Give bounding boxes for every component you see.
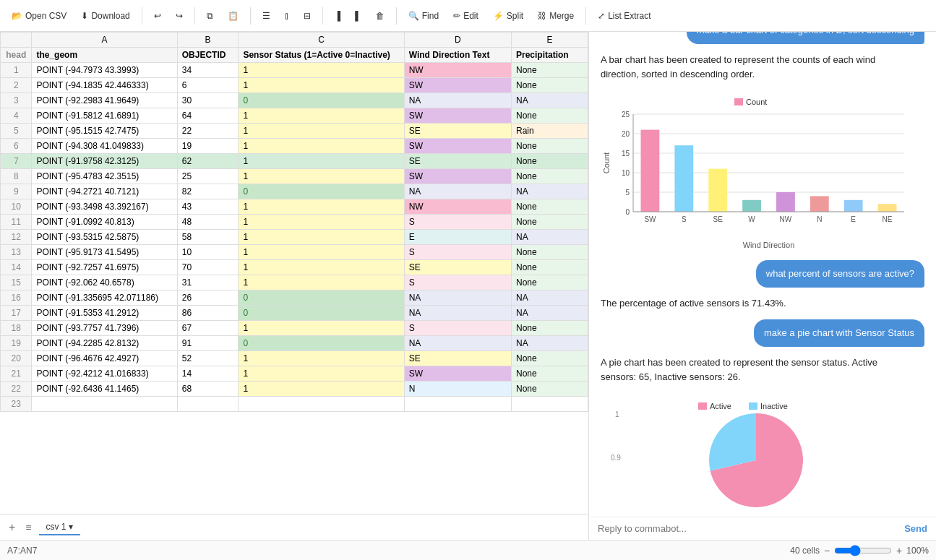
cell-geom[interactable]: POINT (-96.4676 42.4927) — [32, 351, 177, 366]
cell-geom[interactable]: POINT (-93.3498 43.392167) — [32, 199, 177, 215]
chat-input[interactable] — [598, 523, 898, 534]
cell-wind-direction[interactable]: NW — [404, 63, 511, 78]
cell-objectid[interactable]: 91 — [177, 336, 239, 351]
cell-objectid[interactable] — [177, 397, 239, 412]
table-row[interactable]: 8POINT (-95.4783 42.3515)251SWNone — [1, 169, 588, 184]
cell-wind-direction[interactable]: NA — [404, 290, 511, 306]
cell-precipitation[interactable]: None — [512, 78, 588, 93]
cell-wind-direction[interactable]: S — [404, 245, 511, 260]
cell-geom[interactable]: POINT (-94.1835 42.446333) — [32, 78, 177, 93]
cell-objectid[interactable]: 64 — [177, 108, 239, 124]
cell-wind-direction[interactable]: S — [404, 215, 511, 230]
delete-button[interactable]: 🗑 — [370, 8, 390, 24]
cell-geom[interactable]: POINT (-94.308 41.049833) — [32, 139, 177, 154]
cell-geom[interactable]: POINT (-91.9758 42.3125) — [32, 154, 177, 169]
cell-wind-direction[interactable]: SW — [404, 366, 511, 382]
cell-objectid[interactable]: 14 — [177, 366, 239, 382]
col-header-a[interactable]: A — [32, 33, 177, 48]
cell-wind-direction[interactable]: NA — [404, 93, 511, 108]
cell-objectid[interactable]: 22 — [177, 124, 239, 139]
table-row[interactable]: 9POINT (-94.2721 40.7121)820NANA — [1, 184, 588, 199]
table-row[interactable]: 18POINT (-93.7757 41.7396)671SNone — [1, 321, 588, 336]
cell-wind-direction[interactable]: NA — [404, 336, 511, 351]
cell-objectid[interactable]: 25 — [177, 169, 239, 184]
cell-sensor-status[interactable]: 1 — [239, 382, 404, 397]
cell-wind-direction[interactable]: SE — [404, 124, 511, 139]
cell-geom[interactable]: POINT (-95.9173 41.5495) — [32, 245, 177, 260]
tab-dropdown-icon[interactable]: ▾ — [69, 522, 73, 532]
freeze-right-button[interactable]: ▌ — [349, 8, 367, 24]
cell-wind-direction[interactable] — [404, 397, 511, 412]
cell-geom[interactable]: POINT (-93.5315 42.5875) — [32, 230, 177, 245]
cell-sensor-status[interactable]: 1 — [239, 215, 404, 230]
cell-geom[interactable]: POINT (-92.6436 41.1465) — [32, 382, 177, 397]
zoom-out-button[interactable]: − — [824, 545, 830, 556]
table-row[interactable]: 3POINT (-92.2983 41.9649)300NANA — [1, 93, 588, 108]
table-row[interactable]: 2POINT (-94.1835 42.446333)61SWNone — [1, 78, 588, 93]
col-header-e[interactable]: E — [512, 33, 588, 48]
cell-objectid[interactable]: 52 — [177, 351, 239, 366]
download-button[interactable]: ⬇ Download — [75, 8, 135, 24]
cell-geom[interactable]: POINT (-91.5353 41.2912) — [32, 306, 177, 321]
cell-geom[interactable]: POINT (-91.335695 42.071186) — [32, 290, 177, 306]
cell-sensor-status[interactable]: 0 — [239, 184, 404, 199]
undo-button[interactable]: ↩ — [148, 8, 167, 24]
cell-wind-direction[interactable]: E — [404, 230, 511, 245]
cell-precipitation[interactable]: None — [512, 321, 588, 336]
table-row[interactable]: 22POINT (-92.6436 41.1465)681NNone — [1, 382, 588, 397]
send-button[interactable]: Send — [904, 523, 927, 534]
cell-sensor-status[interactable]: 1 — [239, 321, 404, 336]
cell-wind-direction[interactable]: SW — [404, 78, 511, 93]
cell-wind-direction[interactable]: S — [404, 321, 511, 336]
add-tab-button[interactable]: + — [6, 520, 18, 535]
cell-wind-direction[interactable]: NA — [404, 184, 511, 199]
col-format-button[interactable]: ⫿ — [279, 8, 295, 24]
cell-geom[interactable]: POINT (-92.7257 41.6975) — [32, 260, 177, 275]
cell-objectid[interactable]: 6 — [177, 78, 239, 93]
table-row[interactable]: 12POINT (-93.5315 42.5875)581ENA — [1, 230, 588, 245]
cell-objectid[interactable]: 48 — [177, 215, 239, 230]
cell-geom[interactable]: POINT (-92.2983 41.9649) — [32, 93, 177, 108]
sheet-table-wrap[interactable]: A B C D E head the_geom OBJECTID Sensor … — [0, 32, 588, 514]
cell-wind-direction[interactable]: NW — [404, 199, 511, 215]
edit-button[interactable]: ✏ Edit — [447, 8, 484, 24]
table-row[interactable]: 21POINT (-92.4212 41.016833)141SWNone — [1, 366, 588, 382]
table-row[interactable]: 15POINT (-92.062 40.6578)311SNone — [1, 275, 588, 290]
cell-precipitation[interactable]: None — [512, 245, 588, 260]
cell-sensor-status[interactable]: 1 — [239, 108, 404, 124]
cell-precipitation[interactable]: None — [512, 154, 588, 169]
cell-sensor-status[interactable]: 1 — [239, 63, 404, 78]
find-button[interactable]: 🔍 Find — [403, 8, 445, 24]
merge-button[interactable]: ⛓ Merge — [532, 8, 580, 24]
cell-wind-direction[interactable]: SE — [404, 260, 511, 275]
cell-geom[interactable]: POINT (-93.7757 41.7396) — [32, 321, 177, 336]
cell-geom[interactable]: POINT (-94.2285 42.8132) — [32, 336, 177, 351]
cell-sensor-status[interactable]: 1 — [239, 230, 404, 245]
cell-sensor-status[interactable]: 1 — [239, 154, 404, 169]
cell-precipitation[interactable]: NA — [512, 306, 588, 321]
cell-precipitation[interactable]: None — [512, 351, 588, 366]
cell-sensor-status[interactable]: 1 — [239, 275, 404, 290]
cell-wind-direction[interactable]: SE — [404, 154, 511, 169]
csv-tab[interactable]: csv 1 ▾ — [39, 520, 80, 535]
table-row[interactable]: 6POINT (-94.308 41.049833)191SWNone — [1, 139, 588, 154]
col-header-b[interactable]: B — [177, 33, 239, 48]
cell-objectid[interactable]: 10 — [177, 245, 239, 260]
cell-objectid[interactable]: 68 — [177, 382, 239, 397]
cell-geom[interactable]: POINT (-94.7973 43.3993) — [32, 63, 177, 78]
copy-button[interactable]: ⧉ — [201, 8, 219, 24]
row-format-button[interactable]: ☰ — [257, 8, 276, 24]
cell-precipitation[interactable]: NA — [512, 184, 588, 199]
cell-sensor-status[interactable]: 0 — [239, 290, 404, 306]
zoom-slider[interactable] — [834, 545, 892, 556]
table-row[interactable]: 4POINT (-91.5812 41.6891)641SWNone — [1, 108, 588, 124]
cell-sensor-status[interactable]: 1 — [239, 260, 404, 275]
cell-sensor-status[interactable]: 1 — [239, 199, 404, 215]
table-row[interactable]: 17POINT (-91.5353 41.2912)860NANA — [1, 306, 588, 321]
cell-sensor-status[interactable]: 0 — [239, 306, 404, 321]
cell-precipitation[interactable]: Rain — [512, 124, 588, 139]
table-row[interactable]: 20POINT (-96.4676 42.4927)521SENone — [1, 351, 588, 366]
cell-geom[interactable]: POINT (-91.0992 40.813) — [32, 215, 177, 230]
cell-precipitation[interactable] — [512, 397, 588, 412]
cell-objectid[interactable]: 30 — [177, 93, 239, 108]
